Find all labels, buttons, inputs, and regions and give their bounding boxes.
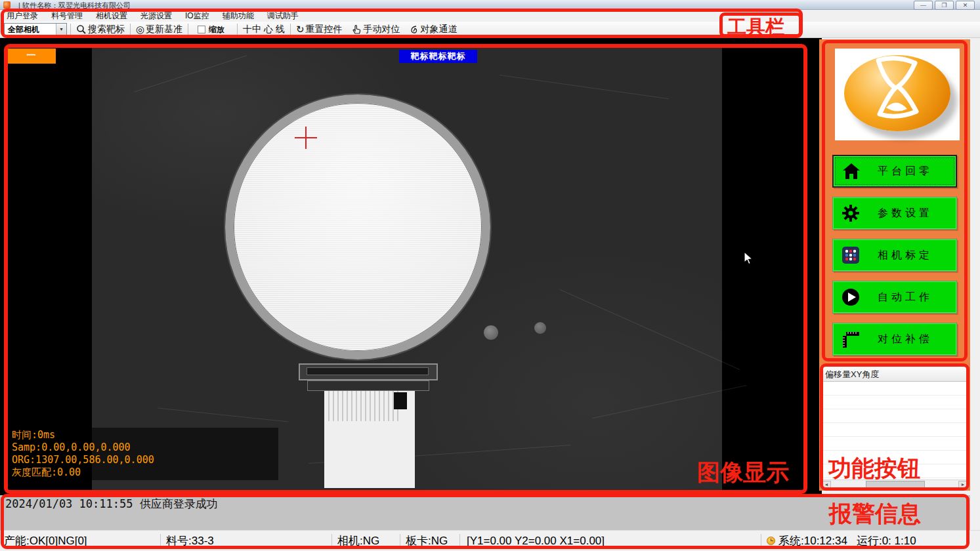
gear-icon	[841, 203, 861, 223]
chevron-down-icon[interactable]: ▼	[56, 24, 66, 35]
app-window: | 软件名称：双翌光电科技有限公司 — ❐ ✕ 用户登录 料号管理 相机设置 光…	[0, 0, 980, 551]
status-camera: 相机:NG	[337, 533, 400, 548]
keypad-icon	[841, 245, 861, 265]
list-item	[821, 382, 968, 396]
search-icon	[76, 24, 87, 35]
manual-align-button[interactable]: 手动对位	[349, 24, 402, 35]
offset-list-header: 偏移量XY角度	[821, 366, 968, 382]
update-baseline-button[interactable]: ◎ 更新基准	[134, 24, 184, 35]
pin-icon: ◎	[136, 24, 144, 35]
restore-button[interactable]: ❐	[935, 1, 954, 10]
function-panel: 平台回零 参数设置 相机标定 自动工作 对位补偿 偏移量XY角度	[819, 39, 970, 491]
status-system-time: 系统:10:12:34	[778, 533, 847, 548]
menu-debug-assistant[interactable]: 调试助手	[261, 10, 305, 22]
overlay-stats: 时间:0msSamp:0.00,0.00,0.000ORG:1307.00,58…	[9, 428, 278, 480]
close-button[interactable]: ✕	[956, 1, 975, 10]
toolbar: 全部相机 ▼ 搜索靶标 ◎ 更新基准 缩放 十中 心 线 ↻ 重置控件 手动对位	[0, 22, 980, 38]
home-zero-button[interactable]: 平台回零	[832, 155, 957, 188]
status-board: 板卡:NG	[406, 533, 459, 548]
status-bar: 产能:OK[0]NG[0] 料号:33-3 相机:NG 板卡:NG [Y1=0.…	[0, 530, 980, 551]
list-item	[821, 437, 968, 451]
status-run-time: 运行:0: 1:10	[857, 533, 916, 548]
channel-icon	[409, 24, 419, 35]
menu-bar: 用户登录 料号管理 相机设置 光源设置 IO监控 辅助功能 调试助手	[0, 10, 980, 22]
round-panel-under-test	[225, 94, 490, 359]
minimize-button[interactable]: —	[914, 1, 933, 10]
status-part-no: 料号:33-3	[166, 533, 331, 548]
play-icon	[841, 287, 861, 307]
mouse-cursor	[744, 251, 754, 266]
reset-controls-button[interactable]: ↻ 重置控件	[294, 24, 345, 35]
zoom-toggle[interactable]: 缩放	[196, 24, 226, 35]
panel-connector	[299, 363, 438, 380]
status-yield: 产能:OK[0]NG[0]	[4, 533, 160, 548]
alarm-log[interactable]: 2024/01/03 10:11:55 供应商登录成功	[0, 495, 970, 530]
panel-connector-lower	[307, 380, 429, 391]
status-coords: [Y1=0.00 Y2=0.00 X1=0.00]	[467, 535, 761, 548]
menu-user-login[interactable]: 用户登录	[0, 10, 45, 22]
parameter-settings-button[interactable]: 参数设置	[832, 197, 957, 230]
window-title: | 软件名称：双翌光电科技有限公司	[18, 1, 131, 10]
menu-io-monitor[interactable]: IO监控	[179, 10, 216, 22]
scrollbar-thumb[interactable]	[866, 481, 925, 489]
list-item	[821, 464, 968, 478]
camera-calibration-button[interactable]: 相机标定	[832, 239, 957, 272]
home-icon	[842, 161, 861, 181]
camera-tag: 一	[7, 49, 56, 64]
checkbox-icon[interactable]	[198, 26, 205, 33]
title-bar: | 软件名称：双翌光电科技有限公司 — ❐ ✕	[0, 0, 980, 10]
hand-icon	[351, 24, 362, 35]
auto-work-button[interactable]: 自动工作	[832, 281, 957, 314]
debris-dot	[534, 322, 546, 334]
menu-part-management[interactable]: 料号管理	[45, 10, 89, 22]
clock-icon	[767, 537, 775, 545]
target-label: 靶标靶标靶标	[399, 50, 477, 63]
camera-select[interactable]: 全部相机 ▼	[4, 23, 67, 36]
align-compensation-button[interactable]: 对位补偿	[832, 323, 957, 356]
list-item	[821, 451, 968, 464]
menu-light-settings[interactable]: 光源设置	[134, 10, 179, 22]
object-channel-button[interactable]: 对象通道	[407, 24, 459, 35]
debris-dot	[484, 325, 498, 340]
log-side-strip	[970, 495, 980, 530]
horizontal-scrollbar[interactable]: ◄ ►	[821, 480, 968, 489]
search-target-button[interactable]: 搜索靶标	[74, 24, 127, 35]
camera-select-value: 全部相机	[8, 25, 39, 34]
fpc-ribbon	[324, 391, 415, 488]
crosshair-marker	[305, 127, 307, 149]
app-logo-icon	[3, 1, 11, 9]
ruler-icon	[841, 329, 861, 349]
window-edge	[970, 38, 980, 495]
list-item	[821, 409, 968, 423]
scroll-right-icon[interactable]: ►	[958, 481, 968, 489]
hourglass-glyph	[864, 54, 929, 125]
image-display[interactable]: 一 靶标靶标靶标 时间:0msSamp:0.00,0.00,0.000ORG:1…	[7, 47, 806, 492]
log-message: 2024/01/03 10:11:55 供应商登录成功	[0, 495, 970, 513]
reset-icon: ↻	[296, 24, 305, 35]
mark-tools[interactable]: 十中 心 线	[241, 24, 287, 35]
offset-list[interactable]: 偏移量XY角度 ◄ ►	[820, 365, 969, 489]
scroll-left-icon[interactable]: ◄	[822, 481, 831, 489]
status-image	[835, 49, 960, 140]
list-item	[821, 396, 968, 409]
menu-camera-settings[interactable]: 相机设置	[89, 10, 134, 22]
list-item	[821, 423, 968, 437]
menu-aux-functions[interactable]: 辅助功能	[216, 10, 261, 22]
